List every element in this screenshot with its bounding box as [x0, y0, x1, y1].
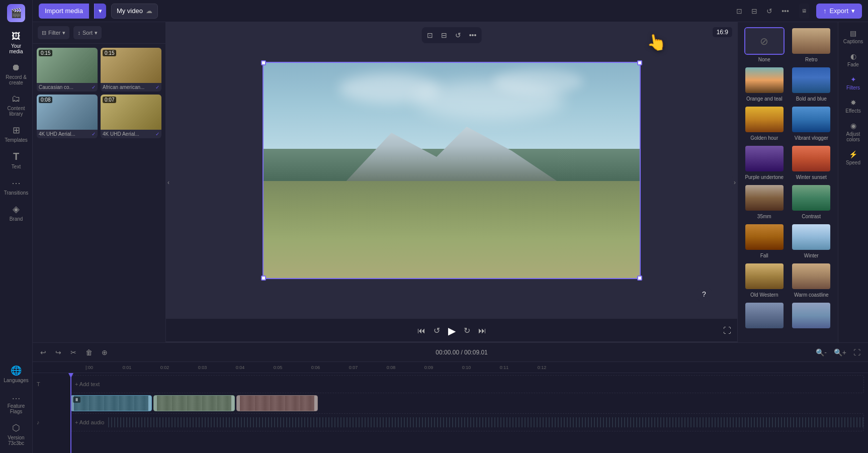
play-pause-button[interactable]: ▶ — [448, 325, 456, 337]
sidebar-item-templates[interactable]: ⊞ Templates — [2, 122, 30, 146]
filter-bb-inner — [792, 67, 830, 93]
right-sidebar-fade[interactable]: ◐ Fade — [840, 49, 866, 70]
video-canvas[interactable] — [166, 22, 737, 318]
forward-5-button[interactable]: ↻ — [464, 326, 470, 335]
right-sidebar-captions[interactable]: ▤ Captions — [840, 26, 866, 47]
filter-item-contrast[interactable]: Contrast — [790, 184, 833, 219]
timeline-clip-2[interactable] — [153, 395, 235, 411]
clip-handle-right[interactable] — [148, 396, 151, 411]
zoom-out-button[interactable]: 🔍- — [813, 347, 829, 358]
filter-label-none: None — [758, 57, 770, 62]
ruler-mark: 0:02 — [146, 365, 184, 370]
zoom-in-button[interactable]: 🔍+ — [831, 347, 849, 358]
right-sidebar-filters[interactable]: ✦ Filters — [840, 72, 866, 94]
handle-top-left[interactable] — [261, 60, 266, 65]
crop-canvas-button[interactable]: ⊡ — [424, 29, 436, 41]
rotate-tool-button[interactable]: ↺ — [763, 4, 775, 18]
sidebar-item-languages[interactable]: 🌐 Languages — [2, 362, 30, 386]
rotate-canvas-button[interactable]: ↺ — [452, 29, 464, 41]
media-item-4kuhd1[interactable]: 0:08 4K UHD Aerial... ✓ — [37, 95, 98, 138]
right-sidebar-adjust-colors[interactable]: ◉ Adjust colors — [840, 119, 866, 145]
filter-item-winter[interactable]: Winter — [790, 223, 833, 258]
filter-item-winter-sunset[interactable]: Winter sunset — [790, 145, 833, 180]
import-media-arrow[interactable]: ▾ — [94, 4, 106, 19]
timeline-clip-3[interactable] — [236, 395, 318, 411]
sidebar-item-label: Brand — [10, 216, 23, 222]
flip-canvas-button[interactable]: ⊟ — [438, 29, 450, 41]
more-tool-button[interactable]: ••• — [778, 4, 792, 18]
sidebar-item-brand-kit[interactable]: ◈ Brand — [2, 201, 30, 225]
audio-track-body[interactable]: + Add audio — [70, 413, 864, 431]
filter-item-extra1[interactable] — [743, 302, 786, 331]
filter-item-fall[interactable]: Fall — [743, 223, 786, 258]
timeline-clip-1[interactable]: ⏸ — [70, 395, 152, 411]
topbar-tools: ⊡ ⊟ ↺ ••• — [733, 4, 792, 18]
media-item-caucasian[interactable]: 0:15 Caucasian co... ✓ — [37, 48, 98, 92]
chevron-right-icon: › — [734, 179, 736, 186]
redo-button[interactable]: ↪ — [53, 347, 64, 358]
fit-timeline-button[interactable]: ⛶ — [851, 347, 863, 358]
add-text-button[interactable]: + Add text — [71, 381, 104, 387]
filter-item-warm-coastline[interactable]: Warm coastline — [790, 262, 833, 298]
sort-button[interactable]: ↕ Sort ▾ — [73, 26, 102, 39]
ruler-mark: 0:11 — [485, 365, 523, 370]
filter-item-golden-hour[interactable]: Golden hour — [743, 106, 786, 141]
crop-tool-button[interactable]: ⊡ — [733, 4, 745, 18]
undo-button[interactable]: ↩ — [38, 347, 49, 358]
filter-item-orange-teal[interactable]: Orange and teal — [743, 66, 786, 102]
export-button[interactable]: ↑ Export ▾ — [816, 4, 862, 19]
help-button[interactable]: ? — [696, 286, 712, 302]
clip-handle-right-2[interactable] — [231, 396, 234, 411]
right-sidebar-effects[interactable]: ✸ Effects — [840, 96, 866, 117]
clip-handle-right-3[interactable] — [314, 396, 317, 411]
skip-back-button[interactable]: ⏮ — [417, 326, 425, 335]
media-grid: 0:15 Caucasian co... ✓ 0:15 African amer… — [33, 44, 165, 142]
add-audio-button[interactable]: + Add audio — [71, 419, 108, 425]
handle-bottom-left[interactable] — [261, 276, 266, 281]
export-icon: ↑ — [823, 7, 827, 15]
sidebar-item-text[interactable]: T Text — [2, 148, 30, 172]
filter-item-vibrant-vlogger[interactable]: Vibrant vlogger — [790, 106, 833, 141]
filter-item-purple-undertone[interactable]: Purple undertone — [743, 145, 786, 180]
app-logo[interactable]: 🎬 — [7, 4, 25, 22]
more-canvas-button[interactable]: ••• — [466, 29, 480, 41]
filter-item-old-western[interactable]: Old Western — [743, 262, 786, 298]
right-sidebar: ▤ Captions ◐ Fade ✦ Filters ✸ Effects ◉ … — [838, 22, 868, 342]
timeline-playhead[interactable] — [70, 373, 71, 453]
sidebar-item-record[interactable]: ⏺ Record & create — [2, 59, 30, 88]
rewind-5-button[interactable]: ↺ — [433, 326, 440, 335]
handle-bottom-right[interactable] — [637, 276, 642, 281]
filter-button[interactable]: ⊟ Filter ▾ — [38, 26, 69, 39]
sidebar-item-transitions[interactable]: ⋯ Transitions — [2, 174, 30, 199]
media-item-4kuhd2[interactable]: 0:07 4K UHD Aerial... ✓ — [101, 95, 161, 138]
right-sidebar-speed[interactable]: ⚡ Speed — [840, 147, 866, 168]
sidebar-item-your-media[interactable]: 🖼 Your media — [2, 28, 30, 57]
sidebar-item-feature-flags[interactable]: … Feature Flags — [2, 388, 30, 417]
handle-top-right[interactable] — [637, 60, 642, 65]
sidebar-item-version[interactable]: ⬡ Version 73c3bc — [2, 419, 30, 449]
canvas-area: ‹ › ⊡ ⊟ ↺ ••• 16:9 — [166, 22, 737, 342]
collapse-panel-button[interactable]: ‹ — [166, 176, 171, 189]
sidebar-item-content-library[interactable]: 🗂 Content library — [2, 90, 30, 120]
filter-item-bold-blue[interactable]: Bold and blue — [790, 66, 833, 102]
video-track-body: ⏸ — [70, 394, 864, 412]
filter-item-extra2[interactable] — [790, 302, 833, 331]
clip-thumbnail-2 — [157, 396, 231, 411]
expand-panel-button[interactable]: › — [732, 176, 737, 189]
filter-item-none[interactable]: ⊘ None — [743, 27, 786, 62]
video-title[interactable]: My video ☁ — [111, 4, 158, 19]
timeline-area: ↩ ↪ ✂ 🗑 ⊕ 00:00.00 / 00:09.01 🔍- 🔍+ ⛶ |:… — [33, 342, 868, 453]
your-media-icon: 🖼 — [12, 31, 21, 42]
cut-button[interactable]: ✂ — [68, 347, 79, 358]
filter-item-35mm[interactable]: 35mm — [743, 184, 786, 219]
skip-forward-button[interactable]: ⏭ — [478, 326, 486, 335]
media-item-african[interactable]: 0:15 African american... ✓ — [101, 48, 161, 92]
delete-button[interactable]: 🗑 — [83, 347, 95, 358]
settings-tool-button[interactable]: ⊟ — [748, 4, 760, 18]
text-track-body[interactable]: + Add text — [70, 375, 864, 393]
filter-item-retro[interactable]: Retro — [790, 27, 833, 62]
effects-icon: ✸ — [850, 99, 856, 107]
add-track-button[interactable]: ⊕ — [99, 347, 110, 358]
import-media-button[interactable]: Import media — [39, 4, 89, 19]
fullscreen-button[interactable]: ⛶ — [723, 326, 731, 335]
